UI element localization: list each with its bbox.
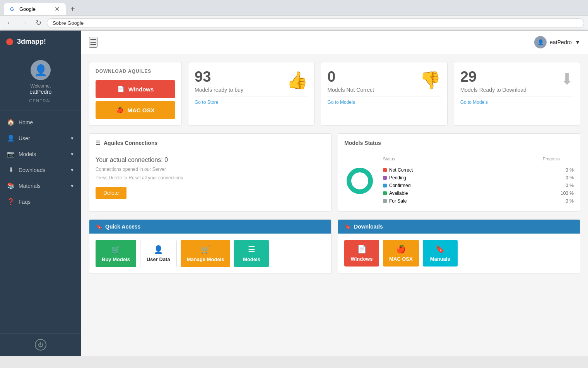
sidebar-item-home[interactable]: 🏠 Home: [0, 114, 81, 130]
windows-icon: 📄: [117, 86, 125, 93]
section-label: GENERAL: [29, 98, 52, 103]
downloads-icon: ⬇: [7, 166, 15, 174]
go-to-models-link-2[interactable]: Go to Models: [460, 96, 574, 105]
sidebar-brand: 3dmapp!: [0, 31, 81, 53]
quick-access-body: 🛒 Buy Models 👤 User Data 🛒 Manage Models: [89, 234, 331, 273]
brand-dot: [6, 38, 13, 45]
aquiles-title: DOWNLOAD AQUILES: [96, 69, 175, 74]
pending-dot: [383, 176, 387, 180]
sidebar-item-models[interactable]: 📷 Models ▼: [0, 146, 81, 162]
downloads-header: 🔖 Downloads: [338, 220, 580, 234]
stat-card-buy: 93 Models ready to buy 👍 Go to Store: [188, 62, 315, 126]
dashboard: DOWNLOAD AQUILES 📄 Windows 🍎 MAC OSX 93: [81, 54, 588, 282]
available-dot: [383, 191, 387, 195]
go-to-models-link-1[interactable]: Go to Models: [327, 96, 441, 105]
legend-row-confirmed: Confirmed 0 %: [383, 182, 574, 189]
bookmark-icon: 🔖: [96, 224, 102, 230]
sidebar: 3dmapp! 👤 Welcome, eatPedro GENERAL 🏠 Ho…: [0, 31, 81, 356]
svg-point-1: [349, 170, 371, 192]
forward-button[interactable]: →: [19, 18, 30, 28]
models-status-panel: Models Status: [338, 133, 580, 212]
brand-name: 3dmapp!: [17, 38, 46, 46]
buy-models-button[interactable]: 🛒 Buy Models: [96, 240, 136, 267]
browser-chrome: G Google ✕ +: [0, 0, 588, 15]
sidebar-nav: 🏠 Home 👤 User ▼ 📷 Models ▼ ⬇ Downloads ▼…: [0, 110, 81, 333]
tab-close-button[interactable]: ✕: [55, 5, 60, 13]
sidebar-footer: ⏻: [0, 333, 81, 356]
status-header: Status: [383, 156, 543, 161]
chevron-down-icon: ▼: [70, 136, 74, 141]
sidebar-item-downloads[interactable]: ⬇ Downloads ▼: [0, 162, 81, 178]
connections-count: Your actual connections: 0: [96, 156, 325, 163]
macosx-download-button[interactable]: 🍎 MAC OSX: [96, 101, 175, 119]
models-list-icon: ☰: [248, 245, 255, 254]
downloads-title: Downloads: [354, 224, 383, 230]
app-container: 3dmapp! 👤 Welcome, eatPedro GENERAL 🏠 Ho…: [0, 31, 588, 356]
stat-number-buy: 93: [195, 69, 243, 85]
downloads-card: 🔖 Downloads 📄 Windows 🍎 MAC OSX: [338, 219, 580, 274]
avatar: 👤: [31, 60, 51, 80]
aquiles-card: DOWNLOAD AQUILES 📄 Windows 🍎 MAC OSX: [89, 62, 182, 126]
sidebar-item-materials[interactable]: 📚 Materials ▼: [0, 178, 81, 194]
cart-icon: 🛒: [111, 245, 121, 254]
address-bar[interactable]: Sobre Google: [47, 18, 584, 28]
google-favicon: G: [10, 6, 16, 12]
thumbs-down-icon: 👎: [420, 70, 441, 90]
stat-label-incorrect: Models Not Correct: [327, 87, 374, 93]
sidebar-item-label: Home: [19, 119, 33, 126]
chevron-down-icon: ▼: [70, 152, 74, 156]
user-menu[interactable]: 👤 eatPedro ▼: [534, 36, 580, 48]
confirmed-pct: 0 %: [543, 183, 574, 188]
user-menu-label: eatPedro: [550, 39, 572, 45]
manage-models-button[interactable]: 🛒 Manage Models: [181, 240, 231, 267]
user-data-icon: 👤: [154, 245, 163, 254]
stat-number-incorrect: 0: [327, 69, 374, 85]
stat-label-buy: Models ready to buy: [195, 87, 243, 93]
status-legend: Status Progress Not Correct 0 %: [383, 156, 574, 205]
welcome-text: Welcome,: [30, 83, 51, 89]
apple-dl-icon: 🍎: [396, 244, 406, 254]
stat-card-download: 29 Models Ready to Download ⬇ Go to Mode…: [454, 62, 580, 126]
browser-tab[interactable]: G Google ✕: [4, 3, 66, 15]
go-to-store-link[interactable]: Go to Store: [195, 96, 308, 105]
not-correct-dot: [383, 168, 387, 172]
middle-row: ☰ Aquiles Connections Your actual connec…: [89, 133, 580, 212]
sidebar-item-label: Downloads: [19, 167, 45, 173]
sidebar-item-label: Faqs: [19, 199, 31, 205]
legend-row-not-correct: Not Correct 0 %: [383, 166, 574, 174]
delete-connections-button[interactable]: Delete: [96, 187, 126, 199]
downloads-macosx-button[interactable]: 🍎 MAC OSX: [383, 240, 419, 267]
models-status-title: Models Status: [344, 140, 574, 151]
quick-access-card: 🔖 Quick Access 🛒 Buy Models 👤 User Data: [89, 219, 332, 274]
stat-number-download: 29: [460, 69, 526, 85]
sidebar-username: eatPedro: [30, 89, 52, 96]
back-button[interactable]: ←: [4, 18, 15, 28]
models-icon: 📷: [7, 150, 15, 158]
chevron-down-icon: ▼: [70, 184, 74, 188]
sidebar-item-label: Models: [19, 151, 36, 157]
connections-title: ☰ Aquiles Connections: [96, 140, 325, 151]
sidebar-item-user[interactable]: 👤 User ▼: [0, 130, 81, 146]
hamburger-menu[interactable]: ☰: [89, 37, 97, 48]
downloads-body: 📄 Windows 🍎 MAC OSX 🔖 Manuals: [338, 234, 580, 273]
power-button[interactable]: ⏻: [35, 339, 46, 351]
chevron-down-icon: ▼: [70, 168, 74, 172]
sidebar-item-faqs[interactable]: ❓ Faqs: [0, 194, 81, 210]
downloads-bookmark-icon: 🔖: [344, 224, 351, 230]
user-menu-chevron: ▼: [575, 39, 580, 45]
stat-label-download: Models Ready to Download: [460, 87, 526, 93]
reload-button[interactable]: ↻: [33, 18, 44, 28]
quick-access-title: Quick Access: [105, 224, 140, 230]
downloads-windows-button[interactable]: 📄 Windows: [344, 240, 379, 267]
faqs-icon: ❓: [7, 198, 15, 205]
windows-download-button[interactable]: 📄 Windows: [96, 80, 175, 98]
new-tab-button[interactable]: +: [67, 3, 78, 15]
sidebar-profile: 👤 Welcome, eatPedro GENERAL: [0, 53, 81, 110]
models-button[interactable]: ☰ Models: [234, 240, 269, 267]
legend-header: Status Progress: [383, 156, 574, 163]
tab-title: Google: [19, 6, 36, 12]
legend-row-for-sale: For Sale 0 %: [383, 197, 574, 205]
user-data-button[interactable]: 👤 User Data: [140, 240, 177, 267]
downloads-manuals-button[interactable]: 🔖 Manuals: [423, 240, 458, 267]
connections-desc: Connections opened in our Server: [96, 167, 325, 172]
